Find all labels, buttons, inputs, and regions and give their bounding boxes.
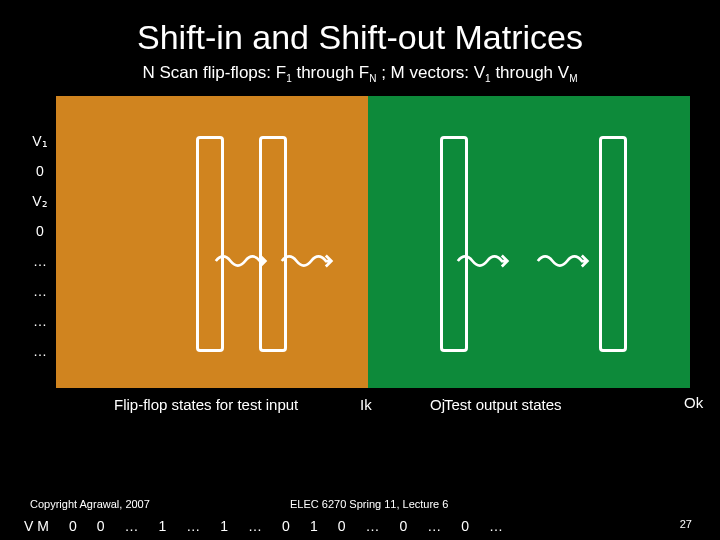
sub-a: N Scan flip-flops: F bbox=[143, 63, 287, 82]
c: … bbox=[24, 276, 56, 306]
label-ok: Ok bbox=[684, 394, 703, 411]
sub-c: ; M vectors: V bbox=[381, 63, 485, 82]
column-bar-oj bbox=[440, 136, 468, 352]
label-v2: V₂ bbox=[24, 186, 56, 216]
c: 1 bbox=[310, 518, 318, 534]
sub-1a: 1 bbox=[286, 73, 292, 84]
c: 0 bbox=[399, 518, 407, 534]
c: 1 bbox=[158, 518, 166, 534]
caption-shift-out: Test output states bbox=[444, 396, 562, 413]
slide-number: 27 bbox=[680, 518, 692, 530]
slide: Shift-in and Shift-out Matrices N Scan f… bbox=[0, 0, 720, 540]
footer-course: ELEC 6270 Spring 11, Lecture 6 bbox=[290, 498, 448, 510]
sub-d: through V bbox=[495, 63, 569, 82]
column-bar-ij bbox=[196, 136, 224, 352]
squiggle-arrow-icon bbox=[536, 251, 591, 271]
c: … bbox=[248, 518, 262, 534]
squiggle-arrow-icon bbox=[280, 251, 335, 271]
sub-M: M bbox=[569, 73, 577, 84]
c: 0 bbox=[461, 518, 469, 534]
c: … bbox=[24, 306, 56, 336]
squiggle-arrow-icon bbox=[214, 251, 269, 271]
c: 0 bbox=[282, 518, 290, 534]
c: 0 bbox=[338, 518, 346, 534]
column-bar-ok bbox=[599, 136, 627, 352]
label-v1-0: 0 bbox=[24, 156, 56, 186]
slide-subtitle: N Scan flip-flops: F1 through FN ; M vec… bbox=[0, 63, 720, 84]
c: … bbox=[427, 518, 441, 534]
c: 1 bbox=[220, 518, 228, 534]
slide-title: Shift-in and Shift-out Matrices bbox=[0, 0, 720, 63]
squiggle-arrow-icon bbox=[456, 251, 511, 271]
label-v1: V₁ bbox=[24, 126, 56, 156]
row-vm-peek: V M 0 0 … 1 … 1 … 0 1 0 … 0 … 0 … bbox=[24, 518, 503, 534]
label-oj: Oj bbox=[430, 396, 445, 413]
c: … bbox=[124, 518, 138, 534]
footer-copyright: Copyright Agrawal, 2007 bbox=[30, 498, 150, 510]
sub-b: through F bbox=[296, 63, 369, 82]
c: … bbox=[489, 518, 503, 534]
label-v2-0: 0 bbox=[24, 216, 56, 246]
caption-shift-in: Flip-flop states for test input bbox=[114, 396, 298, 413]
sub-1b: 1 bbox=[485, 73, 491, 84]
label-vm: V M bbox=[24, 518, 49, 534]
c: … bbox=[186, 518, 200, 534]
c: 0 bbox=[97, 518, 105, 534]
c: 0 bbox=[69, 518, 77, 534]
shift-out-panel bbox=[368, 96, 690, 388]
column-bar-ik bbox=[259, 136, 287, 352]
c: … bbox=[24, 246, 56, 276]
label-ik: Ik bbox=[360, 396, 372, 413]
c: … bbox=[24, 336, 56, 366]
matrix-area: F₁ → F₂ · → · Fj · → · Fk · → · FN F₁ → … bbox=[24, 96, 700, 426]
sub-N: N bbox=[369, 73, 376, 84]
c: … bbox=[365, 518, 379, 534]
